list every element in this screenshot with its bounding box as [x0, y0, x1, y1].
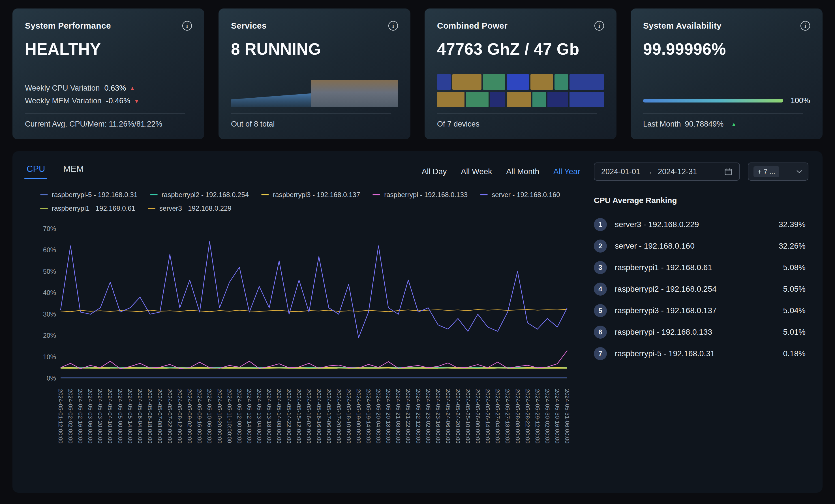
- x-tick-label: 2024-05-28-22:00:00: [524, 389, 531, 444]
- power-block: [547, 92, 568, 107]
- x-tick-label: 2024-05-24-20:00:00: [454, 389, 461, 444]
- cpu-variation-label: Weekly CPU Variation: [25, 82, 100, 95]
- tab-cpu[interactable]: CPU: [27, 164, 45, 179]
- card-combined-power: Combined Power i 47763 GhZ / 47 Gb Of 7 …: [425, 8, 616, 139]
- x-tick-label: 2024-05-03-06:00:00: [87, 389, 94, 444]
- rank-badge: 3: [594, 261, 607, 274]
- x-tick-label: 2024-05-10-20:00:00: [216, 389, 223, 444]
- ranking-row: 6raspberrypi - 192.168.0.1335.01%: [594, 326, 806, 339]
- date-range-input[interactable]: 2024-01-01 → 2024-12-31: [594, 163, 740, 181]
- series-line-server3: [61, 309, 567, 311]
- range-all-day[interactable]: All Day: [422, 167, 447, 176]
- rank-device-name: server3 - 192.168.0.229: [615, 220, 699, 229]
- range-all-year[interactable]: All Year: [553, 167, 580, 176]
- x-tick-label: 2024-05-14-08:00:00: [276, 389, 282, 444]
- x-tick-label: 2024-05-31-06:00:00: [564, 389, 570, 444]
- rank-value: 5.04%: [783, 306, 806, 315]
- power-footer: Of 7 devices: [437, 120, 604, 128]
- rank-value: 5.05%: [783, 285, 806, 294]
- x-tick-label: 2024-05-10-06:00:00: [206, 389, 212, 444]
- legend-item-raspberrypi-5[interactable]: raspberrypi-5 - 192.168.0.31: [40, 191, 138, 199]
- range-all-week[interactable]: All Week: [461, 167, 492, 176]
- legend-label: raspberrypi - 192.168.0.133: [384, 191, 468, 199]
- series-select-value: + 7 ...: [753, 166, 779, 177]
- power-block: [507, 74, 529, 90]
- legend-item-raspberrypi[interactable]: raspberrypi - 192.168.0.133: [372, 191, 468, 199]
- card-system-availability: System Availability i 99.99996% 100% Las…: [631, 8, 822, 139]
- x-tick-label: 2024-05-28-08:00:00: [514, 389, 521, 444]
- power-block: [466, 92, 488, 107]
- time-range-filters: All DayAll WeekAll MonthAll Year: [422, 167, 580, 176]
- performance-status-value: HEALTHY: [25, 40, 192, 58]
- x-tick-label: 2024-05-27-18:00:00: [504, 389, 511, 444]
- x-tick-label: 2024-05-26-14:00:00: [484, 389, 491, 444]
- legend-item-raspberrypi2[interactable]: raspberrypi2 - 192.168.0.254: [150, 191, 249, 199]
- cpu-mem-panel: CPUMEM All DayAll WeekAll MonthAll Year …: [13, 151, 822, 493]
- x-tick-label: 2024-05-21-22:00:00: [405, 389, 411, 444]
- availability-progress: 100%: [643, 96, 810, 105]
- rank-value: 32.39%: [779, 220, 806, 229]
- ranking-row: 2server - 192.168.0.16032.26%: [594, 240, 806, 253]
- info-icon[interactable]: i: [388, 21, 398, 31]
- range-all-month[interactable]: All Month: [506, 167, 539, 176]
- info-icon[interactable]: i: [800, 21, 810, 31]
- cpu-variation-value: 0.63%: [104, 82, 126, 95]
- legend-item-server3[interactable]: server3 - 192.168.0.229: [148, 204, 231, 213]
- legend-item-raspberrypi3[interactable]: raspberrypi3 - 192.168.0.137: [261, 191, 360, 199]
- x-tick-label: 2024-05-17-20:00:00: [335, 389, 342, 444]
- divider: [437, 114, 597, 114]
- ranking-row: 7raspberrypi-5 - 192.168.0.310.18%: [594, 347, 806, 360]
- x-tick-label: 2024-05-03-20:00:00: [97, 389, 103, 444]
- x-tick-label: 2024-05-01-12:00:00: [57, 389, 64, 444]
- mem-variation-value: -0.46%: [106, 95, 130, 107]
- ranking-row: 4raspberrypi2 - 192.168.0.2545.05%: [594, 283, 806, 296]
- power-blocks-chart[interactable]: [437, 74, 604, 107]
- legend-dash-icon: [40, 208, 48, 209]
- cpu-line-chart[interactable]: 0%10%20%30%40%50%60%70% 2024-05-01-12:00…: [27, 221, 576, 452]
- card-services: Services i 8 RUNNING: [219, 8, 410, 139]
- x-tick-label: 2024-05-20-04:00:00: [375, 389, 382, 444]
- last-month-label: Last Month: [643, 120, 681, 128]
- rank-value: 32.26%: [779, 242, 806, 250]
- panel-body: raspberrypi-5 - 192.168.0.31raspberrypi2…: [27, 191, 808, 484]
- y-tick-label: 40%: [43, 289, 56, 297]
- x-tick-label: 2024-05-17-06:00:00: [326, 389, 332, 444]
- chart-plot[interactable]: 0%10%20%30%40%50%60%70%: [27, 221, 576, 386]
- services-mini-chart[interactable]: [231, 73, 398, 107]
- power-value: 47763 GhZ / 47 Gb: [437, 40, 604, 58]
- info-icon[interactable]: i: [594, 21, 604, 31]
- series-select[interactable]: + 7 ...: [748, 163, 808, 181]
- divider: [25, 114, 185, 114]
- power-block: [532, 92, 546, 107]
- x-tick-label: 2024-05-06-04:00:00: [137, 389, 143, 444]
- tab-mem[interactable]: MEM: [63, 164, 83, 179]
- legend-item-raspberrypi1[interactable]: raspberrypi1 - 192.168.0.61: [40, 204, 135, 213]
- power-block: [507, 92, 531, 107]
- power-block: [437, 74, 451, 90]
- x-tick-label: 2024-05-04-10:00:00: [107, 389, 113, 444]
- x-tick-label: 2024-05-25-10:00:00: [465, 389, 471, 444]
- x-tick-label: 2024-05-29-12:00:00: [534, 389, 541, 444]
- rank-device-name: raspberrypi2 - 192.168.0.254: [615, 285, 717, 294]
- last-month-value: 90.78849%: [685, 120, 724, 128]
- dashboard: System Performance i HEALTHY Weekly CPU …: [0, 0, 835, 504]
- availability-value: 99.99996%: [643, 40, 810, 58]
- legend-item-server[interactable]: server - 192.168.0.160: [480, 191, 560, 199]
- availability-progress-bar: [643, 99, 783, 102]
- x-tick-label: 2024-05-13-04:00:00: [256, 389, 262, 444]
- x-tick-label: 2024-05-09-02:00:00: [186, 389, 193, 444]
- power-block: [452, 74, 482, 90]
- ranking-row: 1server3 - 192.168.0.22932.39%: [594, 218, 806, 231]
- y-tick-label: 60%: [43, 246, 56, 254]
- divider: [643, 114, 803, 114]
- info-icon[interactable]: i: [182, 21, 192, 31]
- legend-dash-icon: [372, 194, 380, 195]
- rank-badge: 5: [594, 304, 607, 317]
- x-tick-label: 2024-05-02-16:00:00: [77, 389, 83, 444]
- series-line-raspberrypi: [61, 350, 567, 369]
- x-tick-label: 2024-05-13-18:00:00: [266, 389, 272, 444]
- services-footer: Out of 8 total: [231, 120, 398, 128]
- x-tick-label: 2024-05-30-16:00:00: [554, 389, 561, 444]
- metric-cards-row: System Performance i HEALTHY Weekly CPU …: [13, 8, 822, 139]
- power-row-2: [437, 92, 604, 107]
